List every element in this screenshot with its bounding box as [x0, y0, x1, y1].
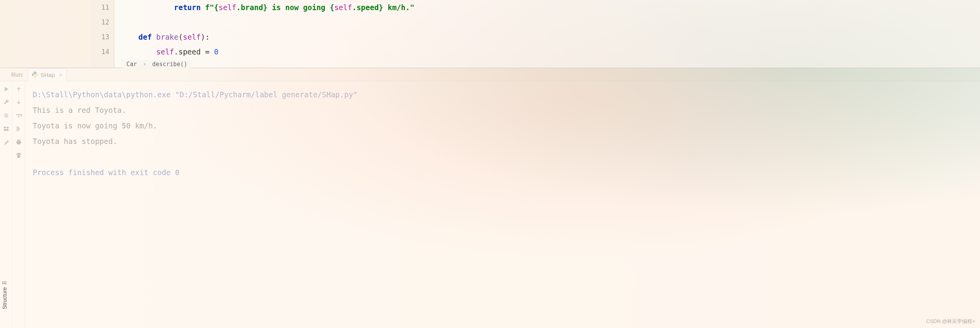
structure-label: Structure — [2, 287, 8, 309]
svg-point-1 — [36, 77, 37, 77]
structure-tool-tab[interactable]: Structure ⠿ — [0, 278, 9, 312]
print-icon[interactable] — [15, 138, 23, 146]
svg-point-0 — [33, 72, 34, 73]
line-number: 14 — [91, 44, 109, 59]
breadcrumb-method[interactable]: describe() — [152, 61, 187, 68]
run-label: Run: — [11, 71, 24, 78]
code-line[interactable]: def brake(self): — [121, 30, 980, 44]
trash-icon[interactable] — [15, 151, 23, 159]
breadcrumb-separator: › — [143, 61, 146, 68]
code-line[interactable]: self.speed = 0 — [121, 44, 980, 59]
line-number: 13 — [91, 30, 109, 44]
structure-icon: ⠿ — [2, 281, 8, 285]
console-toolbar-secondary — [12, 81, 25, 328]
console-exit: Process finished with exit code 0 — [33, 165, 972, 180]
console-line: This is a red Toyota. — [33, 102, 972, 118]
close-icon[interactable]: × — [59, 72, 62, 78]
layout-icon[interactable] — [2, 125, 10, 133]
line-number: 12 — [91, 15, 109, 30]
code-area[interactable]: return f"{self.brand} is now going {self… — [114, 0, 980, 68]
line-number: 11 — [91, 0, 109, 15]
run-console: D:\Stall\Python\data\python.exe "D:/Stal… — [0, 81, 980, 328]
run-tab-label: SHap — [40, 72, 55, 78]
console-blank — [33, 149, 972, 165]
console-line: Toyota has stopped. — [33, 133, 972, 149]
wrench-icon[interactable] — [2, 98, 10, 106]
code-editor[interactable]: 11 12 13 14 return f"{self.brand} is now… — [0, 0, 980, 68]
stop-button[interactable] — [2, 112, 10, 119]
down-arrow-icon[interactable] — [15, 98, 23, 106]
svg-rect-5 — [4, 129, 9, 131]
breadcrumb-class[interactable]: Car — [126, 61, 137, 68]
svg-rect-2 — [4, 114, 8, 118]
breadcrumb[interactable]: Car › describe() — [123, 60, 191, 68]
scroll-to-end-icon[interactable] — [15, 125, 23, 133]
watermark: CSDN @林采学编程+ — [926, 318, 975, 325]
soft-wrap-icon[interactable] — [15, 112, 23, 119]
code-line[interactable] — [121, 15, 980, 30]
console-line: Toyota is now going 50 km/h. — [33, 118, 972, 133]
python-file-icon — [32, 72, 38, 78]
pin-icon[interactable] — [2, 138, 10, 146]
code-line[interactable]: return f"{self.brand} is now going {self… — [121, 0, 980, 15]
run-tool-window-header: Run: SHap × — [0, 68, 980, 81]
up-arrow-icon[interactable] — [15, 85, 23, 93]
svg-rect-3 — [4, 127, 6, 128]
svg-rect-4 — [7, 127, 9, 128]
line-number-gutter: 11 12 13 14 — [91, 0, 114, 68]
console-command: D:\Stall\Python\data\python.exe "D:/Stal… — [33, 87, 972, 102]
rerun-button[interactable] — [2, 85, 10, 93]
console-output[interactable]: D:\Stall\Python\data\python.exe "D:/Stal… — [25, 81, 980, 328]
run-config-tab[interactable]: SHap × — [28, 68, 67, 81]
